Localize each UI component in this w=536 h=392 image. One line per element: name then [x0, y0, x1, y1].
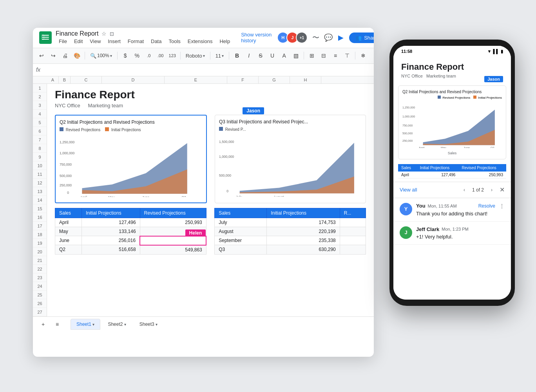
row-3: 3	[33, 101, 47, 110]
charts-row: Q2 Initial Projections and Revised Proje…	[55, 115, 366, 203]
q2-june-label: June	[55, 236, 82, 245]
q3-total-revised	[340, 245, 366, 254]
paint-format-button[interactable]: 🎨	[71, 50, 82, 61]
add-sheet-button[interactable]: +	[38, 319, 49, 330]
fontsize-dropdown[interactable]: 11 ▾	[213, 52, 226, 60]
menu-edit[interactable]: Edit	[71, 38, 86, 45]
svg-text:250,000: 250,000	[402, 139, 413, 142]
decimal-dec-button[interactable]: .0	[143, 50, 154, 61]
q2-june-revised[interactable]: Helen	[140, 236, 206, 245]
folder-icon[interactable]: ⊡	[110, 31, 114, 37]
text-color-button[interactable]: A	[279, 50, 290, 61]
battery-icon: ▮	[501, 49, 503, 54]
jason-cursor-tag: Jason	[243, 107, 264, 114]
toolbar-separator-5	[229, 52, 229, 60]
undo-button[interactable]: ↩	[36, 50, 47, 61]
helen-cursor-tag: Helen	[185, 229, 206, 237]
percent-button[interactable]: %	[132, 50, 143, 61]
comment-author-you: You	[416, 203, 426, 209]
next-page-button[interactable]: ›	[487, 185, 496, 195]
strikethrough-button[interactable]: S	[255, 50, 266, 61]
row-24: 24	[33, 282, 47, 291]
row-7: 7	[33, 135, 47, 144]
row-22: 22	[33, 265, 47, 273]
share-button[interactable]: 👥 Share	[349, 33, 374, 43]
activity-icon[interactable]: 〜	[311, 31, 320, 44]
phone-sheet-header: Finance Report NYC Office Marketing team…	[393, 56, 511, 85]
comment-text-jeff: +1! Very helpful.	[416, 234, 505, 240]
menu-format[interactable]: Format	[125, 38, 147, 45]
number-format-button[interactable]: 123	[167, 50, 178, 61]
q2-total-label: Q2	[55, 245, 82, 255]
menu-view[interactable]: View	[87, 38, 104, 45]
svg-text:April: April	[80, 195, 87, 197]
q2-chart-legend: Revised Projections Initial Projections	[60, 127, 202, 132]
phone-data-table: Sales Initial Projections Revised Projec…	[398, 164, 506, 179]
menu-help[interactable]: Help	[216, 38, 233, 45]
svg-text:500,000: 500,000	[402, 132, 413, 135]
toolbar-separator-2	[117, 52, 118, 60]
menu-tools[interactable]: Tools	[165, 38, 183, 45]
decimal-inc-button[interactable]: .00	[155, 50, 166, 61]
row-8: 8	[33, 144, 47, 153]
comment-icon[interactable]: 💬	[324, 31, 333, 44]
freeze-button[interactable]: ❄	[358, 50, 369, 61]
table-row: Q3 630,290	[215, 245, 366, 254]
signal-icon: ▌▌	[493, 49, 499, 54]
row-14: 14	[33, 196, 47, 204]
q3-sep-revised	[340, 236, 366, 245]
fill-color-button[interactable]: ▧	[290, 50, 301, 61]
currency-button[interactable]: $	[120, 50, 131, 61]
q3-chart-legend: Revised P...	[219, 127, 362, 132]
menu-file[interactable]: File	[56, 38, 70, 45]
more-options-button[interactable]: ⋮	[499, 203, 505, 209]
row-21: 21	[33, 256, 47, 265]
sheets-logo-icon	[39, 31, 52, 44]
align-button[interactable]: ≡	[330, 50, 341, 61]
redo-button[interactable]: ↪	[48, 50, 59, 61]
row-5: 5	[33, 118, 47, 127]
menu-extensions[interactable]: Extensions	[185, 38, 216, 45]
bold-button[interactable]: B	[232, 50, 243, 61]
tab-sheet3[interactable]: Sheet3 ▾	[134, 319, 163, 330]
valign-button[interactable]: ⊤	[342, 50, 353, 61]
underline-button[interactable]: U	[267, 50, 278, 61]
q2-chart-svg: 1,250,000 1,000,000 750,000 500,000 250,…	[60, 134, 202, 197]
menu-data[interactable]: Data	[148, 38, 165, 45]
row-6: 6	[33, 127, 47, 135]
merge-button[interactable]: ⊟	[318, 50, 329, 61]
row-23: 23	[33, 273, 47, 282]
initial-legend-dot	[105, 127, 109, 131]
title-info: Finance Report ☆ ⊡ File Edit View Insert…	[56, 30, 233, 45]
tab-sheet1[interactable]: Sheet1 ▾	[71, 319, 100, 330]
menu-insert[interactable]: Insert	[105, 38, 124, 45]
prev-page-button[interactable]: ‹	[460, 185, 469, 195]
tab-sheet2[interactable]: Sheet2 ▾	[102, 319, 132, 330]
resolve-button[interactable]: Resolve	[478, 203, 495, 209]
row-27: 27	[33, 308, 47, 316]
border-button[interactable]: ⊞	[306, 50, 317, 61]
phone-th-initial: Initial Projections	[417, 164, 459, 172]
italic-button[interactable]: I	[243, 50, 254, 61]
meet-icon[interactable]: ▶	[337, 31, 345, 44]
toolbar-separator-3	[180, 52, 181, 60]
cells-area[interactable]: Finance Report NYC Office Marketing team…	[47, 84, 374, 316]
print-button[interactable]: 🖨	[60, 50, 71, 61]
wifi-icon: ▼	[487, 49, 492, 54]
sheets-list-button[interactable]: ≡	[52, 319, 63, 330]
close-pagination-button[interactable]: ✕	[500, 186, 505, 193]
q3-chart-title: Q3 Initial Projections and Revised Proje…	[219, 119, 362, 125]
version-history-link[interactable]: Show version history	[241, 32, 273, 43]
row-12: 12	[33, 179, 47, 187]
col-e: E	[165, 76, 227, 83]
phone-content[interactable]: Finance Report NYC Office Marketing team…	[393, 56, 511, 300]
star-icon[interactable]: ☆	[101, 31, 107, 37]
zoom-dropdown[interactable]: 🔍 100% ▾	[87, 52, 115, 60]
svg-text:May: May	[441, 146, 446, 148]
q3-data-table: Sales Initial Projections R... July 174,…	[214, 208, 366, 255]
font-dropdown[interactable]: Roboto ▾	[183, 52, 208, 60]
q2-th-initial: Initial Projections	[81, 208, 140, 218]
col-d: D	[102, 76, 165, 83]
comment-time-you: Mon, 11:55 AM	[428, 204, 457, 208]
view-all-link[interactable]: View all	[400, 187, 417, 193]
